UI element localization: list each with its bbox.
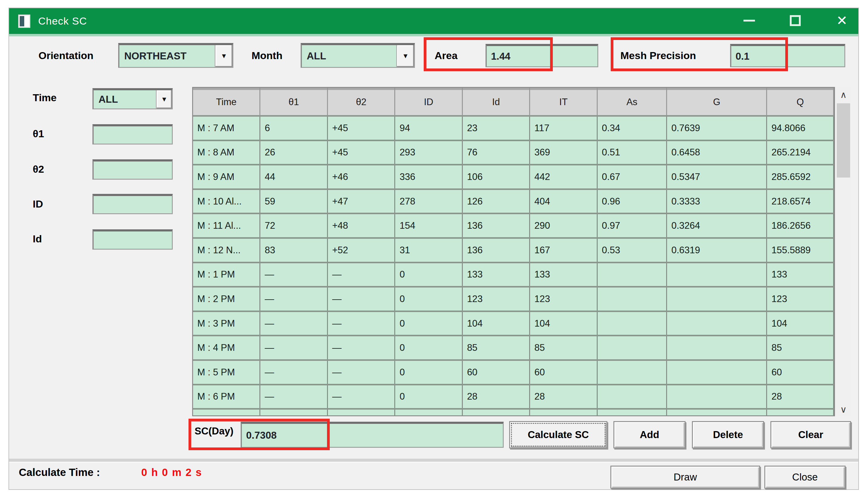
table-cell[interactable]: +45 bbox=[328, 117, 395, 140]
table-cell[interactable]: 60 bbox=[463, 361, 530, 384]
table-cell[interactable]: — bbox=[260, 263, 328, 286]
table-cell[interactable]: 265.2194 bbox=[767, 141, 834, 164]
table-cell[interactable]: — bbox=[328, 263, 395, 286]
table-cell[interactable] bbox=[667, 287, 767, 311]
table-cell[interactable]: 44 bbox=[260, 165, 328, 188]
table-cell[interactable] bbox=[667, 385, 767, 408]
table-cell[interactable]: 442 bbox=[530, 165, 597, 188]
id-lower-input[interactable] bbox=[92, 229, 173, 250]
table-cell[interactable]: 59 bbox=[260, 190, 328, 213]
table-cell[interactable]: 0 bbox=[395, 336, 463, 359]
table-cell[interactable]: 104 bbox=[530, 312, 597, 335]
table-cell[interactable]: 0.6458 bbox=[667, 141, 767, 164]
table-cell[interactable]: M : 10 Al... bbox=[193, 190, 260, 213]
table-cell[interactable]: M : 11 Al... bbox=[193, 214, 260, 237]
column-header-4[interactable]: ID bbox=[395, 88, 463, 115]
table-cell[interactable]: M : 9 AM bbox=[193, 165, 260, 188]
table-cell[interactable] bbox=[463, 410, 530, 416]
table-cell[interactable]: — bbox=[328, 287, 395, 311]
table-vertical-scrollbar[interactable]: ∧ ∨ bbox=[836, 87, 851, 416]
theta1-input[interactable] bbox=[92, 124, 173, 145]
table-cell[interactable]: 94 bbox=[395, 117, 463, 140]
table-cell[interactable]: 0.3264 bbox=[667, 214, 767, 237]
table-cell[interactable]: — bbox=[328, 385, 395, 408]
table-cell[interactable]: 0 bbox=[395, 385, 463, 408]
sc-day-value-field[interactable]: 0.7308 bbox=[241, 422, 504, 448]
add-button[interactable]: Add bbox=[613, 421, 685, 448]
time-combobox[interactable]: ALL ▼ bbox=[92, 88, 173, 109]
table-cell[interactable]: 136 bbox=[463, 239, 530, 262]
table-cell[interactable]: 0.97 bbox=[598, 214, 667, 237]
table-cell[interactable]: 155.5889 bbox=[767, 239, 834, 262]
draw-button[interactable]: Draw bbox=[610, 466, 760, 489]
table-cell[interactable]: M : 3 PM bbox=[193, 312, 260, 335]
table-cell[interactable]: 0 bbox=[395, 361, 463, 384]
table-cell[interactable]: — bbox=[328, 336, 395, 359]
column-header-9[interactable]: Q bbox=[767, 88, 834, 115]
table-cell[interactable] bbox=[530, 410, 597, 416]
table-cell[interactable]: 278 bbox=[395, 190, 463, 213]
table-cell[interactable]: 123 bbox=[463, 287, 530, 311]
table-cell[interactable]: — bbox=[260, 385, 328, 408]
table-cell[interactable]: 0 bbox=[395, 263, 463, 286]
table-cell[interactable]: 28 bbox=[767, 385, 834, 408]
table-cell[interactable]: 404 bbox=[530, 190, 597, 213]
table-cell[interactable]: 123 bbox=[767, 287, 834, 311]
table-cell[interactable]: 76 bbox=[463, 141, 530, 164]
table-cell[interactable]: 0 bbox=[395, 287, 463, 311]
table-cell[interactable]: 133 bbox=[767, 263, 834, 286]
close-dialog-button[interactable]: Close bbox=[764, 466, 846, 489]
table-cell[interactable]: — bbox=[328, 312, 395, 335]
table-cell[interactable]: 85 bbox=[530, 336, 597, 359]
column-header-5[interactable]: Id bbox=[463, 88, 530, 115]
table-cell[interactable]: 26 bbox=[260, 141, 328, 164]
table-cell[interactable]: 0 bbox=[395, 312, 463, 335]
table-cell[interactable]: M : 2 PM bbox=[193, 287, 260, 311]
table-cell[interactable] bbox=[193, 410, 260, 416]
table-cell[interactable]: 6 bbox=[260, 117, 328, 140]
scrollbar-thumb[interactable] bbox=[837, 103, 850, 178]
table-cell[interactable]: 83 bbox=[260, 239, 328, 262]
table-cell[interactable]: M : 1 PM bbox=[193, 263, 260, 286]
table-cell[interactable]: 136 bbox=[463, 214, 530, 237]
table-cell[interactable]: 117 bbox=[530, 117, 597, 140]
delete-button[interactable]: Delete bbox=[692, 421, 764, 448]
time-dropdown-button[interactable]: ▼ bbox=[156, 90, 172, 108]
table-cell[interactable] bbox=[767, 410, 834, 416]
table-cell[interactable] bbox=[598, 312, 667, 335]
table-cell[interactable]: 293 bbox=[395, 141, 463, 164]
table-cell[interactable] bbox=[598, 385, 667, 408]
maximize-button[interactable] bbox=[783, 11, 808, 31]
table-cell[interactable] bbox=[598, 410, 667, 416]
table-cell[interactable] bbox=[395, 410, 463, 416]
column-header-1[interactable]: Time bbox=[193, 88, 260, 115]
table-cell[interactable]: 290 bbox=[530, 214, 597, 237]
table-cell[interactable]: 28 bbox=[463, 385, 530, 408]
table-cell[interactable]: M : 12 N... bbox=[193, 239, 260, 262]
table-cell[interactable]: +52 bbox=[328, 239, 395, 262]
table-cell[interactable]: 0.5347 bbox=[667, 165, 767, 188]
orientation-combobox[interactable]: NORTHEAST ▼ bbox=[118, 43, 234, 68]
table-cell[interactable]: 0.7639 bbox=[667, 117, 767, 140]
table-cell[interactable] bbox=[667, 410, 767, 416]
table-cell[interactable]: 94.8066 bbox=[767, 117, 834, 140]
column-header-2[interactable]: θ1 bbox=[260, 88, 328, 115]
close-button[interactable]: ✕ bbox=[829, 11, 855, 31]
table-cell[interactable]: 0.51 bbox=[598, 141, 667, 164]
table-cell[interactable]: 167 bbox=[530, 239, 597, 262]
table-cell[interactable]: 123 bbox=[530, 287, 597, 311]
table-cell[interactable]: 133 bbox=[463, 263, 530, 286]
table-cell[interactable]: 154 bbox=[395, 214, 463, 237]
table-cell[interactable]: — bbox=[260, 287, 328, 311]
table-cell[interactable]: 0.34 bbox=[598, 117, 667, 140]
mesh-precision-input[interactable]: 0.1 bbox=[730, 44, 845, 67]
scroll-up-button[interactable]: ∧ bbox=[836, 87, 851, 102]
table-cell[interactable]: +48 bbox=[328, 214, 395, 237]
clear-button[interactable]: Clear bbox=[771, 421, 851, 448]
table-cell[interactable]: M : 6 PM bbox=[193, 385, 260, 408]
table-cell[interactable]: M : 8 AM bbox=[193, 141, 260, 164]
table-cell[interactable]: 0.96 bbox=[598, 190, 667, 213]
table-cell[interactable] bbox=[667, 263, 767, 286]
table-cell[interactable]: — bbox=[260, 312, 328, 335]
table-cell[interactable]: 85 bbox=[767, 336, 834, 359]
